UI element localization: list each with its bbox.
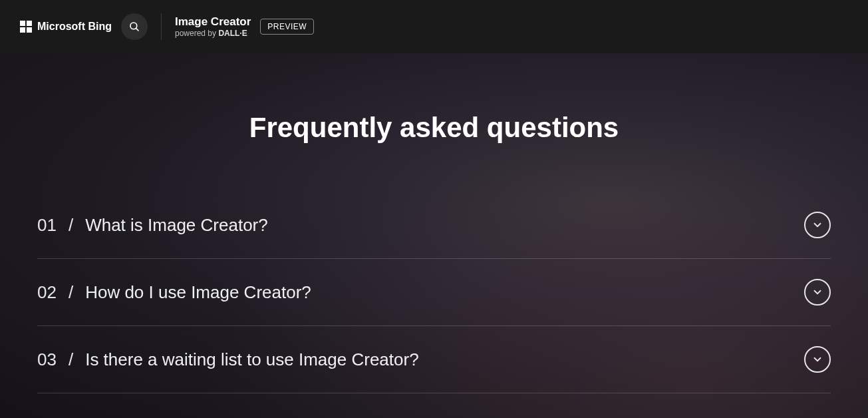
product-group[interactable]: Image Creator powered by DALL·E PREVIEW bbox=[175, 15, 314, 39]
search-button[interactable] bbox=[121, 13, 148, 40]
product-sub-prefix: powered by bbox=[175, 29, 218, 38]
preview-badge: PREVIEW bbox=[260, 19, 314, 35]
faq-number: 03 bbox=[37, 349, 57, 370]
faq-item-header: 01 / What is Image Creator? bbox=[37, 215, 268, 236]
product-text: Image Creator powered by DALL·E bbox=[175, 15, 251, 39]
expand-button[interactable] bbox=[804, 279, 831, 306]
product-sub-brand: DALL·E bbox=[218, 29, 247, 38]
faq-number: 02 bbox=[37, 282, 57, 303]
faq-number: 01 bbox=[37, 215, 57, 236]
expand-button[interactable] bbox=[804, 346, 831, 373]
faq-separator: / bbox=[69, 282, 73, 303]
faq-item[interactable]: 01 / What is Image Creator? bbox=[37, 192, 831, 259]
chevron-down-icon bbox=[811, 286, 823, 298]
microsoft-logo-icon bbox=[20, 21, 32, 33]
faq-separator: / bbox=[69, 215, 73, 236]
main-content: Frequently asked questions 01 / What is … bbox=[0, 53, 868, 418]
vertical-divider bbox=[161, 13, 162, 40]
faq-item[interactable]: 02 / How do I use Image Creator? bbox=[37, 259, 831, 326]
faq-question: What is Image Creator? bbox=[85, 215, 268, 236]
faq-item-header: 02 / How do I use Image Creator? bbox=[37, 282, 311, 303]
expand-button[interactable] bbox=[804, 212, 831, 238]
search-icon bbox=[128, 21, 140, 33]
page-title: Frequently asked questions bbox=[37, 53, 831, 192]
brand-text: Microsoft Bing bbox=[37, 21, 112, 33]
faq-item-header: 03 / Is there a waiting list to use Imag… bbox=[37, 349, 419, 370]
faq-list: 01 / What is Image Creator? 02 / How do … bbox=[37, 192, 831, 393]
faq-item[interactable]: 03 / Is there a waiting list to use Imag… bbox=[37, 326, 831, 393]
header: Microsoft Bing Image Creator powered by … bbox=[0, 0, 868, 53]
chevron-down-icon bbox=[811, 219, 823, 231]
svg-line-1 bbox=[136, 28, 138, 31]
faq-separator: / bbox=[69, 349, 73, 370]
faq-question: How do I use Image Creator? bbox=[85, 282, 311, 303]
product-subtitle: powered by DALL·E bbox=[175, 29, 251, 38]
chevron-down-icon bbox=[811, 353, 823, 365]
brand-logo-group[interactable]: Microsoft Bing bbox=[20, 21, 112, 33]
product-title: Image Creator bbox=[175, 15, 251, 29]
faq-question: Is there a waiting list to use Image Cre… bbox=[85, 349, 418, 370]
